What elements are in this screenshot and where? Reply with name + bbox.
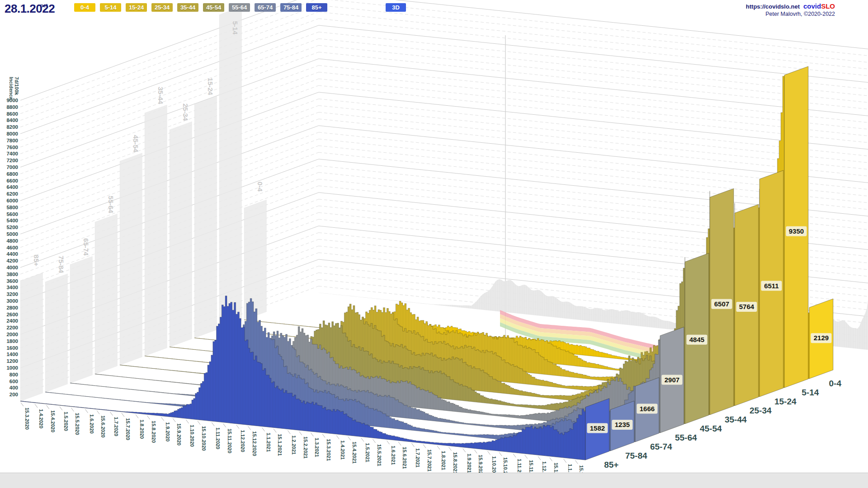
y-tick-2800: 2800 xyxy=(6,305,18,310)
x-tick-1.3.2021: 1.3.2021 xyxy=(314,438,320,457)
y-tick-4000: 4000 xyxy=(6,265,18,270)
age-button-55-64[interactable]: 55-64 xyxy=(229,3,250,12)
y-tick-2600: 2600 xyxy=(6,312,18,317)
x-tick-15.3.2021: 15.3.2021 xyxy=(326,439,331,461)
age-button-75-84[interactable]: 75-84 xyxy=(280,3,302,12)
value-label-5-14: 9350 xyxy=(789,227,804,235)
ghost-label-75-84: 75-84 xyxy=(57,256,65,273)
y-tick-5000: 5000 xyxy=(6,231,18,237)
age-axis-label-75-84: 75-84 xyxy=(625,451,647,460)
ghost-column-75-84 xyxy=(45,274,68,392)
x-tick-15.6.2021: 15.6.2021 xyxy=(402,447,407,469)
brand-part-covid: covid xyxy=(803,2,821,10)
x-tick-1.10.2020: 1.10.2020 xyxy=(189,425,195,447)
x-tick-15.7.2021: 15.7.2021 xyxy=(427,450,432,472)
x-tick-1.5.2020: 1.5.2020 xyxy=(63,412,69,431)
x-tick-1.12.2020: 1.12.2020 xyxy=(240,430,245,452)
y-tick-8000: 8000 xyxy=(6,131,18,136)
brand-logo[interactable]: covidSLO xyxy=(803,2,835,10)
age-button-25-34[interactable]: 25-34 xyxy=(151,3,173,12)
x-tick-1.6.2020: 1.6.2020 xyxy=(89,414,94,434)
value-label-85+: 1582 xyxy=(590,424,605,432)
x-tick-15.9.2020: 15.9.2020 xyxy=(176,423,182,446)
header-bar: 28.1.2022 pet 0-45-1415-2425-3435-4445-5… xyxy=(0,0,868,23)
ghost-column-55-64 xyxy=(95,214,118,374)
age-button-35-44[interactable]: 35-44 xyxy=(177,3,198,12)
ghost-column-35-44 xyxy=(145,105,167,356)
ghost-label-35-44: 35-44 xyxy=(157,87,165,104)
ghost-column-85+ xyxy=(20,273,43,401)
value-label-55-64: 2907 xyxy=(665,376,679,384)
age-button-45-54[interactable]: 45-54 xyxy=(203,3,224,12)
x-tick-15.5.2020: 15.5.2020 xyxy=(75,413,80,435)
x-tick-15.8.2021: 15.8.2021 xyxy=(453,452,458,474)
age-button-85+[interactable]: 85+ xyxy=(306,3,327,12)
value-label-15-24: 6511 xyxy=(764,282,779,290)
y-tick-3800: 3800 xyxy=(6,272,18,277)
value-label-0-4: 2129 xyxy=(814,334,829,342)
x-tick-15.11.2020: 15.11.2020 xyxy=(227,429,232,453)
x-tick-1.11.2020: 1.11.2020 xyxy=(215,427,221,449)
age-axis-label-65-74: 65-74 xyxy=(650,442,672,451)
ghost-column-45-54 xyxy=(120,153,142,365)
age-button-5-14[interactable]: 5-14 xyxy=(100,3,121,12)
ghost-label-65-74: 65-74 xyxy=(82,238,90,256)
value-label-65-74: 1666 xyxy=(640,405,655,413)
site-url-link[interactable]: https://covidslo.net xyxy=(746,3,800,10)
y-tick-1400: 1400 xyxy=(6,352,18,357)
site-credits: https://covidslo.netcovidSLO Peter Malov… xyxy=(746,3,835,18)
ghost-label-85+: 85+ xyxy=(33,255,40,267)
y-tick-8600: 8600 xyxy=(6,111,18,117)
ghost-label-5-14: 5-14 xyxy=(231,21,239,35)
app-window: 0-45-1415-2425-3435-4445-5455-6465-7475-… xyxy=(0,0,868,488)
y-tick-3200: 3200 xyxy=(6,291,18,297)
age-axis-label-35-44: 35-44 xyxy=(725,415,747,424)
y-tick-4600: 4600 xyxy=(6,245,18,250)
y-tick-5600: 5600 xyxy=(6,211,18,217)
y-tick-3600: 3600 xyxy=(6,278,18,284)
x-tick-1.1.2021: 1.1.2021 xyxy=(266,432,271,452)
x-tick-1.2.2021: 1.2.2021 xyxy=(291,435,297,455)
y-tick-5800: 5800 xyxy=(6,205,18,210)
y-tick-3400: 3400 xyxy=(6,285,18,290)
value-label-75-84: 1235 xyxy=(615,421,630,428)
x-tick-1.8.2021: 1.8.2021 xyxy=(441,451,446,470)
y-tick-2400: 2400 xyxy=(6,318,18,324)
age-axis-label-15-24: 15-24 xyxy=(774,397,797,406)
y-tick-7400: 7400 xyxy=(6,151,18,156)
x-tick-1.1.: 1.1. xyxy=(567,464,573,472)
3d-incidence-chart: 0-45-1415-2425-3435-4445-5455-6465-7475-… xyxy=(0,0,868,488)
x-tick-15.4.2021: 15.4.2021 xyxy=(352,441,357,464)
x-tick-1.8.2020: 1.8.2020 xyxy=(139,419,145,439)
author-credit: Peter Malovrh, ©2020-2022 xyxy=(746,10,835,18)
x-tick-15.7.2020: 15.7.2020 xyxy=(125,418,131,440)
ghost-column-5-14 xyxy=(219,6,242,329)
value-label-45-54: 4845 xyxy=(689,336,704,343)
age-button-0-4[interactable]: 0-4 xyxy=(74,3,95,12)
y-tick-7800: 7800 xyxy=(6,138,18,143)
y-tick-2200: 2200 xyxy=(6,325,18,330)
age-axis-label-25-34: 25-34 xyxy=(750,406,772,415)
age-button-65-74[interactable]: 65-74 xyxy=(255,3,276,12)
x-tick-15.4.2020: 15.4.2020 xyxy=(50,410,56,432)
ghost-column-65-74 xyxy=(70,256,93,383)
x-tick-15.5.2021: 15.5.2021 xyxy=(377,444,382,466)
y-axis-title-line2: Incidenca xyxy=(9,77,14,100)
y-tick-7600: 7600 xyxy=(6,145,18,150)
y-tick-800: 800 xyxy=(9,372,18,377)
x-tick-15.1.2021: 15.1.2021 xyxy=(277,434,283,456)
y-tick-1200: 1200 xyxy=(6,358,18,364)
x-tick-15.6.2020: 15.6.2020 xyxy=(100,415,106,437)
ghost-column-0-4 xyxy=(244,200,267,320)
mode-3d-button[interactable]: 3D xyxy=(386,3,406,12)
ghost-column-15-24 xyxy=(194,96,217,338)
age-button-15-24[interactable]: 15-24 xyxy=(126,3,147,12)
ghost-label-55-64: 55-64 xyxy=(107,196,115,213)
y-tick-6000: 6000 xyxy=(6,198,18,203)
y-tick-2000: 2000 xyxy=(6,332,18,337)
y-tick-6800: 6800 xyxy=(6,171,18,177)
y-tick-3000: 3000 xyxy=(6,298,18,304)
chart-canvas: 0-45-1415-2425-3435-4445-5455-6465-7475-… xyxy=(0,0,868,488)
x-tick-15.8.2020: 15.8.2020 xyxy=(151,421,156,443)
y-tick-7200: 7200 xyxy=(6,158,18,163)
